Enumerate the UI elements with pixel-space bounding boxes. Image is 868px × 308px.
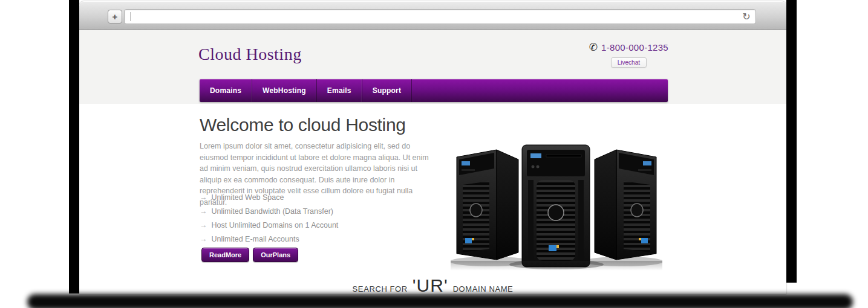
feature-label: Unlimited E-mail Accounts xyxy=(212,235,299,243)
arrow-icon: → xyxy=(200,193,207,202)
refresh-icon: ↻ xyxy=(742,11,750,22)
arrow-icon: → xyxy=(200,235,207,243)
refresh-button[interactable]: ↻ xyxy=(737,10,755,24)
server-left xyxy=(457,150,518,260)
phone-icon: ✆ xyxy=(589,42,598,53)
search-prefix: SEARCH FOR xyxy=(353,284,408,294)
site-logo[interactable]: Cloud Hosting xyxy=(198,45,302,64)
url-bar[interactable]: ↻ xyxy=(124,9,756,24)
server-center xyxy=(522,145,590,267)
arrow-icon: → xyxy=(200,207,207,216)
nav-item-webhosting[interactable]: WebHosting xyxy=(252,79,317,102)
phone-number: 1-800-000-1235 xyxy=(601,42,668,53)
feature-label: Unlimited Web Space xyxy=(212,193,284,202)
nav-item-emails[interactable]: Emails xyxy=(317,79,362,102)
server-towers-image xyxy=(451,143,662,271)
feature-label: Host Unlimited Domains on 1 Account xyxy=(212,221,339,229)
site-header: Cloud Hosting ✆ 1-800-000-1235 Livechat … xyxy=(79,30,786,104)
feature-list: →Unlimited Web Space →Unlimited Bandwidt… xyxy=(200,191,338,246)
url-input[interactable] xyxy=(131,10,737,23)
browser-window: + ↻ Cloud Hosting ✆ 1-800-000-1235 Livec… xyxy=(79,1,786,294)
ourplans-button[interactable]: OurPlans xyxy=(253,248,298,262)
main-content: Welcome to cloud Hosting Lorem ipsum dol… xyxy=(79,104,786,294)
list-item: →Host Unlimited Domains on 1 Account xyxy=(200,219,338,233)
arrow-icon: → xyxy=(200,221,207,229)
webpage: Cloud Hosting ✆ 1-800-000-1235 Livechat … xyxy=(79,30,786,294)
plus-icon: + xyxy=(113,11,118,22)
search-domain-banner: SEARCH FOR 'UR' DOMAIN NAME xyxy=(79,275,786,294)
cta-row: ReadMore OurPlans xyxy=(201,248,298,262)
mockup-right-bezel xyxy=(786,0,797,283)
mockup-stage: + ↻ Cloud Hosting ✆ 1-800-000-1235 Livec… xyxy=(0,0,868,308)
mockup-left-bezel xyxy=(69,0,79,294)
main-nav: Domains WebHosting Emails Support xyxy=(200,79,668,102)
server-right xyxy=(595,150,656,260)
search-highlight: 'UR' xyxy=(413,275,448,294)
list-item: →Unlimited Web Space xyxy=(200,191,338,205)
nav-item-support[interactable]: Support xyxy=(362,79,412,102)
nav-item-domains[interactable]: Domains xyxy=(200,79,252,102)
mockup-bottom-shadow xyxy=(27,294,853,308)
list-item: →Unlimited E-mail Accounts xyxy=(200,233,338,246)
readmore-button[interactable]: ReadMore xyxy=(201,248,249,262)
new-tab-button[interactable]: + xyxy=(108,10,122,24)
list-item: →Unlimited Bandwidth (Data Transfer) xyxy=(200,205,338,219)
browser-toolbar: + ↻ xyxy=(79,1,786,30)
search-suffix: DOMAIN NAME xyxy=(453,284,514,294)
page-title: Welcome to cloud Hosting xyxy=(200,115,406,135)
contact-block: ✆ 1-800-000-1235 Livechat xyxy=(589,42,668,68)
livechat-button[interactable]: Livechat xyxy=(611,57,647,68)
phone-line: ✆ 1-800-000-1235 xyxy=(589,42,668,53)
feature-label: Unlimited Bandwidth (Data Transfer) xyxy=(212,207,333,216)
